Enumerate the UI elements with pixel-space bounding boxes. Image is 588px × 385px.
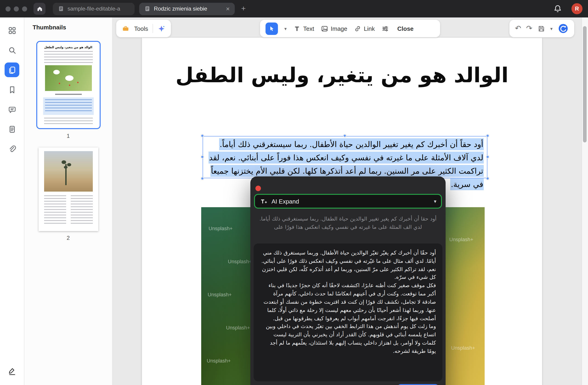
main-area: Thumbnails الوالد هو من يتغير، وليس الطف…: [0, 18, 588, 385]
image-tool-icon: [321, 24, 328, 32]
new-tab-button[interactable]: +: [241, 4, 246, 13]
mini-blue-lines: [45, 99, 92, 113]
page-thumbnail-1[interactable]: الوالد هو من يتغير، وليس الطفل: [36, 41, 100, 139]
home-button[interactable]: [34, 3, 45, 15]
search-icon: [8, 46, 16, 54]
tab-label: sample-file-editable-a: [67, 5, 130, 12]
pdf-editor-window: sample-file-editable-a Rodzic zmienia si…: [0, 0, 588, 385]
divider: [153, 24, 153, 33]
grid-icon: [8, 26, 16, 35]
user-avatar[interactable]: R: [571, 3, 583, 14]
sliders-icon: [381, 24, 389, 32]
document-icon: [8, 125, 16, 133]
traffic-lights: [5, 6, 27, 11]
dialog-close-button[interactable]: [255, 186, 261, 191]
save-icon: [537, 24, 545, 32]
ai-source-text: أود حقا أن أخبرك كم يغير تغيير الوالدين …: [258, 215, 438, 241]
thumbnail-page-preview: الوالد هو من يتغير، وليس الطفل: [38, 43, 98, 127]
tree-blob: [64, 166, 67, 169]
page-edit-button[interactable]: [5, 122, 19, 136]
mini-text-column: [70, 195, 93, 226]
mini-text-lines: [44, 118, 93, 124]
comments-button[interactable]: [5, 102, 19, 117]
close-editor-button[interactable]: Close: [397, 25, 414, 32]
select-tool-button[interactable]: [266, 22, 278, 35]
bookmarks-button[interactable]: [5, 82, 19, 97]
selection-handle[interactable]: [486, 134, 489, 137]
bell-icon: [553, 4, 562, 13]
ai-mode-label: AI Expand: [272, 198, 299, 205]
left-icon-rail: [0, 18, 24, 385]
cloud-sync-button[interactable]: [558, 23, 569, 34]
selection-handle[interactable]: [201, 155, 204, 158]
history-toolbar: ↶ ↷ ▾: [509, 20, 574, 37]
link-tool-button[interactable]: Link: [354, 24, 375, 32]
mini-image-desert: [44, 151, 93, 192]
dropdown-chevron-icon: ▾: [434, 198, 436, 204]
page-number: 1: [67, 133, 70, 139]
ai-result-paragraph: وما زلت كل يوم أندهش من هذا الترابط الخف…: [260, 323, 436, 356]
signature-tool-button[interactable]: [5, 364, 19, 379]
dialog-footer: [257, 382, 439, 385]
pdf-file-icon: [57, 5, 64, 12]
ai-assistant-button[interactable]: [158, 24, 166, 32]
window-zoom-button[interactable]: [22, 6, 27, 11]
unsplash-watermark: Unsplash+: [228, 259, 252, 264]
selection-handle[interactable]: [486, 177, 489, 180]
selection-handle[interactable]: [486, 155, 489, 158]
edit-toolbar: ▾ Text Image Link: [260, 20, 440, 37]
vertical-scrollbar-thumb[interactable]: [583, 26, 587, 142]
tab-sample-file[interactable]: sample-file-editable-a: [53, 2, 135, 15]
mini-text-column: [44, 195, 66, 226]
thumbnail-page-preview: [38, 148, 98, 231]
ai-mode-dropdown[interactable]: AI Expand ▾: [254, 194, 442, 209]
properties-button[interactable]: [381, 24, 389, 32]
apply-button[interactable]: [397, 384, 439, 385]
tools-button[interactable]: Tools: [134, 25, 148, 32]
comment-icon: [8, 105, 16, 114]
mini-subtitle-line: [55, 94, 82, 95]
window-minimize-button[interactable]: [14, 6, 19, 11]
selection-handle[interactable]: [201, 134, 204, 137]
chevron-down-icon[interactable]: ▾: [284, 26, 287, 31]
paperclip-icon: [8, 145, 16, 153]
flower-blob: [53, 70, 60, 74]
thumbnails-panel-button[interactable]: [5, 63, 19, 77]
image-tool-button[interactable]: Image: [321, 24, 347, 32]
text-tool-button[interactable]: Text: [293, 24, 314, 32]
unsplash-watermark: Unsplash+: [226, 325, 250, 330]
unsplash-watermark: Unsplash+: [451, 345, 475, 351]
tab-rodzic-zmienia-siebie[interactable]: Rodzic zmienia siebie ×: [139, 2, 235, 15]
selection-handle[interactable]: [201, 177, 204, 180]
thumbnails-icon: [8, 65, 16, 74]
document-title[interactable]: الوالد هو من يتغير، وليس الطفل: [142, 63, 542, 87]
selection-handle[interactable]: [343, 134, 346, 137]
ai-result-panel[interactable]: أود حقًا أن أخبرك كم يغيّر تغيّر الوالدي…: [253, 243, 442, 381]
notifications-button[interactable]: [553, 4, 562, 13]
panel-title: Thumbnails: [33, 24, 66, 31]
link-tool-icon: [354, 24, 361, 32]
red-dot: [77, 82, 78, 83]
vertical-scrollbar-track[interactable]: [582, 18, 588, 385]
unsplash-watermark: Unsplash+: [208, 292, 232, 297]
save-options-chevron-icon[interactable]: ▾: [550, 26, 553, 31]
text-tool-label: Text: [303, 25, 314, 32]
apps-grid-button[interactable]: [5, 23, 19, 38]
window-titlebar: sample-file-editable-a Rodzic zmienia si…: [0, 0, 588, 18]
redo-icon[interactable]: ↷: [526, 25, 532, 32]
pdf-file-icon: [144, 5, 151, 12]
search-button[interactable]: [5, 43, 19, 57]
mini-image: [45, 65, 92, 91]
thumbnails-panel: Thumbnails الوالد هو من يتغير، وليس الطف…: [24, 18, 113, 385]
red-dot: [69, 85, 70, 86]
attachments-button[interactable]: [5, 142, 19, 156]
text-add-icon: [260, 197, 267, 205]
document-area: الوالد هو من يتغير، وليس الطفل أود حقاً …: [113, 18, 588, 385]
close-tab-icon[interactable]: ×: [226, 5, 230, 12]
window-close-button[interactable]: [5, 6, 11, 11]
save-button[interactable]: [537, 24, 545, 32]
tree-blob: [61, 160, 66, 164]
undo-icon[interactable]: ↶: [515, 25, 521, 32]
flower-blob: [65, 75, 73, 81]
page-thumbnail-2[interactable]: 2: [38, 148, 98, 241]
